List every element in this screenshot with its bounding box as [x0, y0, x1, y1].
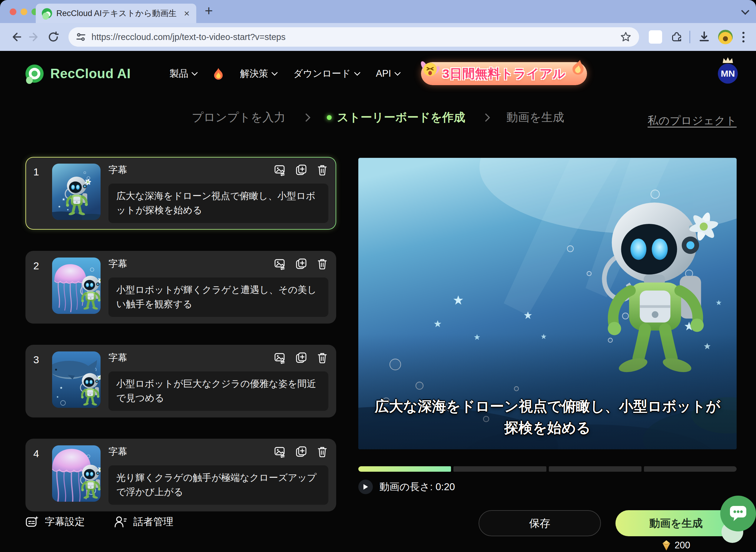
progress-segment[interactable]: [453, 466, 546, 472]
play-icon: [362, 484, 368, 490]
storyboard-card-4[interactable]: 4 字幕: [25, 439, 336, 512]
scene-thumbnail[interactable]: [52, 445, 101, 502]
nav-item-download[interactable]: ダウンロード: [293, 67, 359, 80]
chevron-down-icon: [271, 69, 278, 76]
nav-api-label: API: [376, 68, 391, 79]
chevron-right-icon: [302, 113, 310, 122]
video-preview[interactable]: 広大な深海をドローン視点で俯瞰し、小型ロボットが探検を始める: [358, 158, 737, 449]
card-number: 3: [33, 352, 44, 411]
speaker-management-icon: [114, 515, 127, 529]
browser-profile-avatar[interactable]: [718, 30, 733, 44]
user-avatar[interactable]: MN: [718, 63, 738, 84]
page-content: RecCloud AI 製品 解決策 ダウンロード API 3日間無料トライアル: [0, 51, 756, 552]
extensions-button[interactable]: [667, 29, 683, 45]
caption-label: 字幕: [109, 352, 127, 364]
progress-segment-active[interactable]: [358, 466, 451, 472]
site-info-icon[interactable]: [76, 32, 86, 42]
nav-item-solutions[interactable]: 解決策: [240, 67, 277, 80]
scene-caption-input[interactable]: 小型ロボットが巨大なクジラの優雅な姿を間近で見つめる: [109, 372, 328, 411]
storyboard-card-1[interactable]: 1 字幕: [25, 157, 336, 230]
site-header: RecCloud AI 製品 解決策 ダウンロード API 3日間無料トライアル: [0, 51, 756, 96]
tab-strip: RecCloud AIテキストから動画生 × +: [0, 0, 756, 23]
excited-face-icon: [419, 58, 441, 80]
replace-image-button[interactable]: [274, 352, 286, 364]
caption-label: 字幕: [109, 164, 127, 176]
browser-tab[interactable]: RecCloud AIテキストから動画生 ×: [36, 4, 196, 23]
my-projects-link[interactable]: 私のプロジェクト: [647, 113, 737, 128]
duplicate-scene-button[interactable]: [295, 258, 307, 270]
save-button[interactable]: 保存: [479, 510, 601, 536]
chevron-right-icon: [482, 113, 490, 122]
nav-item-api[interactable]: API: [376, 68, 400, 79]
replace-image-button[interactable]: [274, 258, 286, 270]
generate-video-button[interactable]: 動画を生成: [615, 510, 737, 536]
step-create-storyboard[interactable]: ストーリーボードを作成: [327, 110, 465, 125]
reccloud-logo-text: RecCloud AI: [50, 66, 131, 81]
subtitle-settings-label: 字幕設定: [45, 515, 85, 529]
downloads-button[interactable]: [696, 29, 712, 45]
free-trial-button[interactable]: 3日間無料トライアル: [421, 62, 587, 85]
replace-image-button[interactable]: [274, 164, 286, 176]
replace-image-button[interactable]: [274, 446, 286, 458]
storyboard-card-3[interactable]: 3 字幕: [25, 345, 336, 417]
play-button[interactable]: [358, 479, 373, 494]
video-duration-label: 動画の長さ: 0:20: [380, 480, 455, 494]
scene-thumbnail[interactable]: [52, 352, 101, 408]
reccloud-logo-icon: [25, 64, 44, 83]
card-number: 1: [33, 164, 44, 223]
main-nav: 製品 解決策 ダウンロード API: [169, 67, 400, 80]
subtitle-settings-button[interactable]: 字幕設定: [25, 515, 85, 529]
address-bar[interactable]: https://reccloud.com/jp/text-to-video-st…: [68, 27, 639, 47]
reccloud-logo[interactable]: RecCloud AI: [25, 64, 131, 83]
duplicate-scene-button[interactable]: [295, 164, 307, 176]
scene-caption-input[interactable]: 光り輝くクラゲの触手が極端なクローズアップで浮かび上がる: [109, 465, 328, 505]
nav-item-product[interactable]: 製品: [169, 67, 197, 80]
tab-overview-chevron-icon[interactable]: [741, 7, 749, 15]
delete-scene-button[interactable]: [316, 446, 328, 458]
forward-button[interactable]: [27, 29, 42, 45]
scene-caption-input[interactable]: 広大な深海をドローン視点で俯瞰し、小型ロボットが探検を始める: [109, 183, 328, 223]
step-label: プロンプトを入力: [192, 110, 285, 125]
caption-label: 字幕: [109, 445, 127, 458]
crown-icon: [721, 56, 735, 64]
back-button[interactable]: [8, 29, 24, 45]
delete-scene-button[interactable]: [316, 258, 328, 270]
reload-button[interactable]: [45, 29, 61, 45]
scene-thumbnail[interactable]: [52, 164, 101, 220]
delete-scene-button[interactable]: [316, 164, 328, 176]
scene-progress-bar[interactable]: [358, 466, 737, 472]
nav-product-label: 製品: [169, 67, 188, 80]
generate-label: 動画を生成: [649, 516, 703, 531]
progress-segment[interactable]: [549, 466, 641, 472]
back-arrow-icon: [13, 33, 21, 40]
step-enter-prompt[interactable]: プロンプトを入力: [192, 110, 285, 125]
scene-thumbnail[interactable]: [52, 258, 101, 314]
scene-caption-input[interactable]: 小型ロボットが輝くクラゲと遭遇し、その美しい触手を観察する: [109, 278, 328, 317]
browser-window: RecCloud AIテキストから動画生 × + https://recclou…: [0, 0, 756, 552]
url-text[interactable]: https://reccloud.com/jp/text-to-video-st…: [92, 32, 620, 42]
duplicate-scene-button[interactable]: [295, 446, 307, 458]
toolbar-divider: [690, 31, 690, 43]
progress-segment[interactable]: [644, 466, 737, 472]
chat-widget[interactable]: [720, 496, 756, 531]
duplicate-scene-button[interactable]: [295, 352, 307, 364]
browser-toolbar: https://reccloud.com/jp/text-to-video-st…: [0, 23, 756, 51]
close-tab-icon[interactable]: ×: [183, 8, 190, 18]
playback-row: 動画の長さ: 0:20: [358, 479, 737, 494]
chevron-down-icon: [191, 69, 198, 76]
window-controls: [10, 8, 38, 15]
new-tab-button[interactable]: +: [205, 2, 213, 19]
step-generate-video[interactable]: 動画を生成: [506, 110, 564, 125]
speaker-management-button[interactable]: 話者管理: [114, 515, 173, 529]
bookmark-star-icon[interactable]: [620, 31, 632, 43]
extension-blank-icon[interactable]: [649, 30, 662, 44]
minimize-window-button[interactable]: [21, 8, 27, 15]
gem-icon: [662, 540, 671, 551]
video-subtitle: 広大な深海をドローン視点で俯瞰し、小型ロボットが探検を始める: [369, 396, 725, 438]
nav-download-label: ダウンロード: [293, 67, 351, 80]
delete-scene-button[interactable]: [316, 352, 328, 364]
browser-menu-button[interactable]: [742, 32, 745, 42]
speaker-management-label: 話者管理: [133, 515, 173, 529]
close-window-button[interactable]: [10, 8, 16, 15]
storyboard-card-2[interactable]: 2 字幕: [25, 251, 336, 323]
